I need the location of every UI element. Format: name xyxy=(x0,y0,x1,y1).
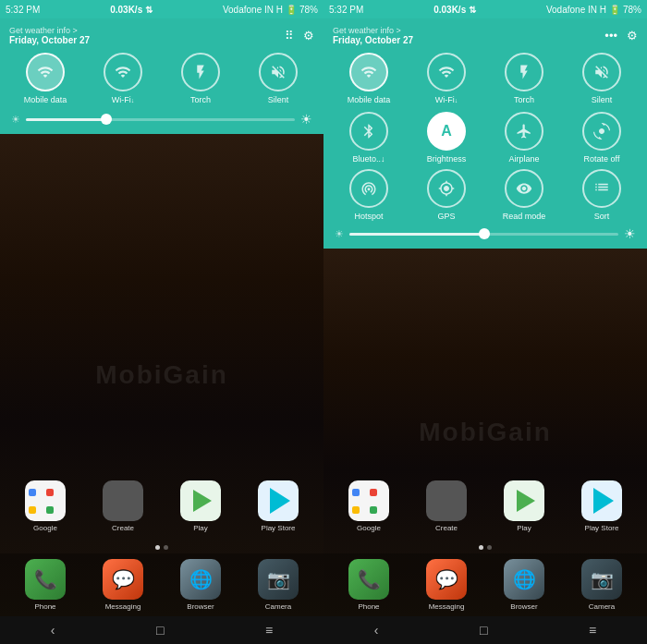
right-nav-menu[interactable]: ≡ xyxy=(589,623,596,638)
right-browser-icon: 🌐 xyxy=(504,559,544,600)
right-toggle-airplane[interactable]: Airplane xyxy=(488,112,560,164)
left-nav-menu[interactable]: ≡ xyxy=(265,623,273,638)
right-header-icons: ••• ⚙ xyxy=(604,29,638,43)
right-toggle-torch[interactable]: Torch xyxy=(488,53,560,104)
left-dots-indicator xyxy=(0,541,324,553)
right-toggle-rotate[interactable]: Rotate off xyxy=(566,112,638,164)
right-dock-browser-label: Browser xyxy=(510,602,537,611)
left-toggle-silent[interactable]: Silent xyxy=(242,53,314,104)
right-toggle-silent-circle xyxy=(582,53,621,91)
left-toggle-wifi-label: Wi-Fi↓ xyxy=(112,95,135,104)
right-brightness-slider[interactable]: ☀ ☀ xyxy=(333,226,638,241)
left-dock-browser[interactable]: 🌐 Browser xyxy=(165,559,237,611)
right-sun-small-icon: ☀ xyxy=(335,228,344,240)
left-create-label: Create xyxy=(112,524,134,532)
left-nav-home[interactable]: □ xyxy=(156,623,164,638)
right-toggle-mobile-data[interactable]: Mobile data xyxy=(333,53,405,104)
right-toggle-gps[interactable]: GPS xyxy=(410,169,482,221)
right-toggle-airplane-circle xyxy=(505,112,543,151)
right-slider-track[interactable] xyxy=(349,233,618,236)
right-play-label: Play xyxy=(517,524,531,532)
right-mobile-data-label: Mobile data xyxy=(348,95,391,104)
left-dock-messaging[interactable]: 💬 Messaging xyxy=(87,559,159,611)
left-slider-thumb[interactable] xyxy=(101,114,112,125)
left-toggle-mobile-data-circle xyxy=(26,53,65,91)
right-toggle-bluetooth[interactable]: Blueto..↓ xyxy=(333,112,405,164)
left-app-play[interactable]: Play xyxy=(165,480,237,532)
right-get-weather[interactable]: Get weather info > xyxy=(333,26,413,35)
left-status-time: 5:32 PM xyxy=(6,5,40,15)
right-play-icon xyxy=(504,480,544,521)
right-toggle-sort[interactable]: Sort xyxy=(566,169,638,221)
right-toggles-row2: Blueto..↓ A Brightness Airplane xyxy=(333,112,638,164)
left-app-google[interactable]: Google xyxy=(9,480,81,532)
left-slider-track[interactable] xyxy=(26,118,295,121)
left-get-weather[interactable]: Get weather info > xyxy=(9,26,90,35)
left-header-icons: ⠿ ⚙ xyxy=(285,29,314,43)
left-dock-phone[interactable]: 📞 Phone xyxy=(9,559,81,611)
left-google-icon xyxy=(25,480,66,521)
right-airplane-label: Airplane xyxy=(508,154,539,164)
right-dock-messaging[interactable]: 💬 Messaging xyxy=(410,559,482,611)
right-hotspot-label: Hotspot xyxy=(354,212,383,221)
right-nav-back[interactable]: ‹ xyxy=(374,623,379,638)
right-home-screen: MobiGain Google xyxy=(324,249,647,616)
right-dock-browser[interactable]: 🌐 Browser xyxy=(488,559,560,611)
right-toggle-brightness[interactable]: A Brightness xyxy=(410,112,482,164)
left-app-create[interactable]: Create xyxy=(87,480,159,532)
left-weather-row: Get weather info > Friday, October 27 ⠿ … xyxy=(9,26,314,45)
left-dock: 📞 Phone 💬 Messaging 🌐 Browser 📷 Camera xyxy=(0,553,324,616)
left-gear-icon[interactable]: ⚙ xyxy=(303,29,314,43)
right-google-icon xyxy=(348,480,389,521)
right-dock: 📞 Phone 💬 Messaging 🌐 Browser 📷 Camera xyxy=(324,553,647,616)
left-messaging-icon: 💬 xyxy=(103,559,143,600)
right-toggle-readmode[interactable]: Read mode xyxy=(488,169,560,221)
right-phone-panel: 5:32 PM 0.03K/s ⇅ Vodafone IN H 🔋 78% Ge… xyxy=(324,0,647,644)
right-slider-thumb[interactable] xyxy=(479,228,490,239)
right-toggle-hotspot[interactable]: Hotspot xyxy=(333,169,405,221)
right-dot-1 xyxy=(479,545,483,550)
left-grid-icon[interactable]: ⠿ xyxy=(285,29,294,43)
right-dock-camera[interactable]: 📷 Camera xyxy=(566,559,638,611)
time-right: 5:32 PM xyxy=(329,5,363,15)
left-brightness-slider[interactable]: ☀ ☀ xyxy=(9,112,314,127)
right-toggle-wifi[interactable]: Wi-Fi↓ xyxy=(410,53,482,104)
right-slider-fill xyxy=(349,233,484,236)
right-status-carrier: Vodafone IN H 🔋 78% xyxy=(546,5,641,15)
left-camera-icon: 📷 xyxy=(258,559,299,600)
left-dock-camera-label: Camera xyxy=(265,602,291,611)
right-toggle-silent[interactable]: Silent xyxy=(566,53,638,104)
right-status-network: 0.03K/s ⇅ xyxy=(433,5,476,15)
right-dock-phone-label: Phone xyxy=(358,602,379,611)
right-app-play[interactable]: Play xyxy=(488,480,560,532)
left-dock-messaging-label: Messaging xyxy=(105,602,141,611)
right-toggles-row3: Hotspot GPS Read mode Sort xyxy=(333,169,638,221)
right-app-playstore[interactable]: Play Store xyxy=(566,480,638,532)
left-nav-back[interactable]: ‹ xyxy=(51,623,55,638)
left-home-screen: MobiGain Google xyxy=(0,134,324,616)
left-toggle-torch[interactable]: Torch xyxy=(165,53,237,104)
right-app-google[interactable]: Google xyxy=(333,480,405,532)
right-gear-icon[interactable]: ⚙ xyxy=(627,29,638,43)
right-app-grid: Google Create Pla xyxy=(324,473,647,541)
left-toggle-torch-label: Torch xyxy=(190,95,211,104)
left-toggle-wifi[interactable]: Wi-Fi↓ xyxy=(87,53,159,104)
right-bluetooth-label: Blueto..↓ xyxy=(352,154,385,164)
right-app-create[interactable]: Create xyxy=(410,480,482,532)
right-messaging-icon: 💬 xyxy=(426,559,467,600)
left-app-playstore[interactable]: Play Store xyxy=(242,480,314,532)
right-phone-icon: 📞 xyxy=(348,559,389,600)
left-dock-camera[interactable]: 📷 Camera xyxy=(242,559,314,611)
left-phone-icon: 📞 xyxy=(25,559,66,600)
right-nav-home[interactable]: □ xyxy=(480,623,487,638)
right-toggle-gps-circle xyxy=(427,169,466,208)
left-app-grid: Google Create Pla xyxy=(0,473,324,541)
left-dot-2 xyxy=(164,545,168,550)
left-quick-panel: Get weather info > Friday, October 27 ⠿ … xyxy=(0,18,324,134)
left-nav-bar: ‹ □ ≡ xyxy=(0,616,324,644)
right-wifi-label: Wi-Fi↓ xyxy=(435,95,458,104)
right-dots-icon[interactable]: ••• xyxy=(604,29,617,43)
right-dock-messaging-label: Messaging xyxy=(429,602,465,611)
right-dock-phone[interactable]: 📞 Phone xyxy=(333,559,405,611)
left-toggle-mobile-data[interactable]: Mobile data xyxy=(9,53,81,104)
